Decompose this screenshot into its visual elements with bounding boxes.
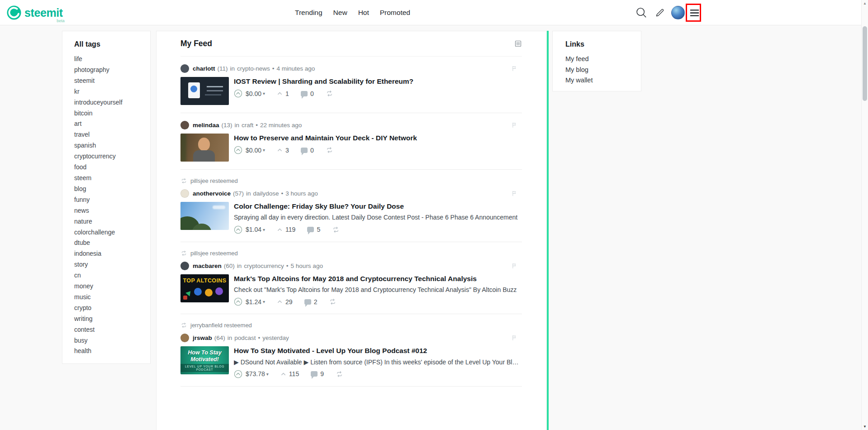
tag-link[interactable]: steemit	[74, 76, 144, 86]
tag-link[interactable]: story	[74, 259, 144, 270]
payout-amount[interactable]: $73.78	[246, 370, 265, 377]
tag-link[interactable]: crypto	[74, 303, 144, 314]
post-summary[interactable]: Spraying all day in every direction. Lat…	[234, 213, 522, 221]
post-category[interactable]: podcast	[234, 334, 256, 341]
tag-link[interactable]: cn	[74, 270, 144, 281]
tag-link[interactable]: cryptocurrency	[74, 151, 144, 162]
search-button[interactable]	[635, 6, 647, 19]
layout-toggle-button[interactable]	[514, 40, 522, 48]
resteem-button[interactable]	[336, 370, 343, 378]
resteem-button[interactable]	[326, 146, 333, 154]
tag-link[interactable]: money	[74, 281, 144, 292]
post-category[interactable]: cryptocurrency	[244, 263, 284, 269]
upvote-button[interactable]	[234, 146, 242, 154]
nav-item-new[interactable]: New	[333, 9, 347, 17]
flag-button[interactable]	[511, 263, 517, 269]
tag-link[interactable]: introduceyourself	[74, 97, 144, 108]
tag-link[interactable]: writing	[74, 314, 144, 325]
payout-caret-icon[interactable]: ▾	[263, 148, 265, 153]
scrollbar-down-arrow[interactable]: ▼	[862, 425, 868, 429]
vote-count[interactable]: 29	[285, 298, 293, 306]
tag-link[interactable]: health	[74, 346, 144, 357]
tag-link[interactable]: music	[74, 292, 144, 303]
nav-item-trending[interactable]: Trending	[295, 9, 323, 17]
author-avatar[interactable]	[180, 64, 189, 73]
nav-item-hot[interactable]: Hot	[358, 9, 369, 17]
author-avatar[interactable]	[180, 334, 189, 342]
tag-link[interactable]: nature	[74, 216, 144, 227]
author-name[interactable]: charlott	[193, 65, 215, 72]
payout-amount[interactable]: $0.00	[246, 147, 261, 154]
vote-count[interactable]: 119	[285, 226, 295, 233]
post-thumbnail[interactable]	[180, 134, 229, 162]
upvote-button[interactable]	[234, 89, 242, 98]
tag-link[interactable]: blog	[74, 184, 144, 195]
payout-amount[interactable]: $0.00	[246, 90, 261, 97]
links-item[interactable]: My blog	[565, 65, 634, 76]
post-category[interactable]: craft	[242, 122, 253, 129]
tag-link[interactable]: busy	[74, 335, 144, 346]
menu-button[interactable]	[688, 7, 701, 19]
brand[interactable]: steemit beta	[6, 5, 63, 20]
author-avatar[interactable]	[180, 121, 189, 129]
upvote-button[interactable]	[234, 225, 242, 234]
tag-link[interactable]: life	[74, 54, 144, 65]
links-item[interactable]: My wallet	[565, 75, 634, 86]
comment-count[interactable]: 5	[317, 226, 320, 233]
payout-caret-icon[interactable]: ▾	[263, 299, 265, 304]
author-name[interactable]: melindaa	[193, 122, 219, 129]
post-title[interactable]: IOST Review | Sharding and Scalability f…	[234, 77, 522, 86]
resteem-button[interactable]	[329, 298, 337, 306]
author-avatar[interactable]	[180, 262, 189, 270]
post-thumbnail[interactable]	[180, 77, 229, 105]
scrollbar-up-arrow[interactable]: ▲	[862, 1, 868, 5]
comment-count[interactable]: 0	[310, 147, 314, 154]
payout-caret-icon[interactable]: ▾	[263, 227, 265, 232]
comment-count[interactable]: 9	[320, 370, 324, 377]
post-title[interactable]: Color Challenge: Friday Sky Blue? Your D…	[234, 202, 522, 210]
upvote-button[interactable]	[234, 297, 242, 306]
upvote-button[interactable]	[234, 370, 242, 378]
post-thumbnail[interactable]	[180, 202, 229, 230]
scrollbar[interactable]: ▲ ▼	[861, 0, 868, 430]
flag-button[interactable]	[511, 334, 517, 341]
payout-amount[interactable]: $1.04	[246, 226, 261, 233]
tag-link[interactable]: contest	[74, 325, 144, 335]
author-name[interactable]: jrswab	[193, 334, 212, 341]
tag-link[interactable]: news	[74, 205, 144, 216]
scrollbar-thumb[interactable]	[863, 26, 867, 101]
vote-count[interactable]: 115	[289, 370, 299, 377]
post-category[interactable]: dailydose	[253, 190, 279, 197]
post-thumbnail[interactable]: TOP ALTCOINS	[180, 274, 229, 302]
post-title[interactable]: How To Stay Motivated - Level Up Your Bl…	[234, 346, 522, 355]
tag-link[interactable]: kr	[74, 86, 144, 97]
flag-button[interactable]	[511, 122, 517, 129]
flag-button[interactable]	[511, 65, 517, 72]
tag-link[interactable]: dtube	[74, 238, 144, 248]
user-avatar[interactable]	[671, 6, 685, 19]
post-title[interactable]: How to Preserve and Maintain Your Deck -…	[234, 134, 522, 142]
tag-link[interactable]: food	[74, 162, 144, 173]
resteem-button[interactable]	[326, 90, 333, 97]
compose-button[interactable]	[655, 7, 665, 18]
vote-count[interactable]: 3	[285, 147, 289, 154]
flag-button[interactable]	[511, 190, 517, 197]
post-summary[interactable]: ▶ DSound Not Available ▶ Listen from sou…	[234, 358, 522, 366]
vote-count[interactable]: 1	[285, 90, 289, 97]
tag-link[interactable]: travel	[74, 129, 144, 140]
tag-link[interactable]: colorchallenge	[74, 227, 144, 238]
tag-link[interactable]: steem	[74, 173, 144, 184]
tag-link[interactable]: indonesia	[74, 248, 144, 259]
comment-count[interactable]: 0	[310, 90, 314, 97]
resteem-button[interactable]	[332, 226, 340, 234]
author-name[interactable]: macbaren	[193, 263, 222, 269]
nav-item-promoted[interactable]: Promoted	[380, 9, 410, 17]
payout-amount[interactable]: $1.24	[246, 298, 261, 306]
post-summary[interactable]: Check out "Mark's Top Altcoins for May 2…	[234, 286, 522, 294]
post-category[interactable]: crypto-news	[237, 65, 270, 72]
payout-caret-icon[interactable]: ▾	[266, 372, 269, 377]
tag-link[interactable]: art	[74, 119, 144, 129]
tag-link[interactable]: spanish	[74, 140, 144, 151]
comment-count[interactable]: 2	[314, 298, 318, 306]
tag-link[interactable]: bitcoin	[74, 108, 144, 119]
